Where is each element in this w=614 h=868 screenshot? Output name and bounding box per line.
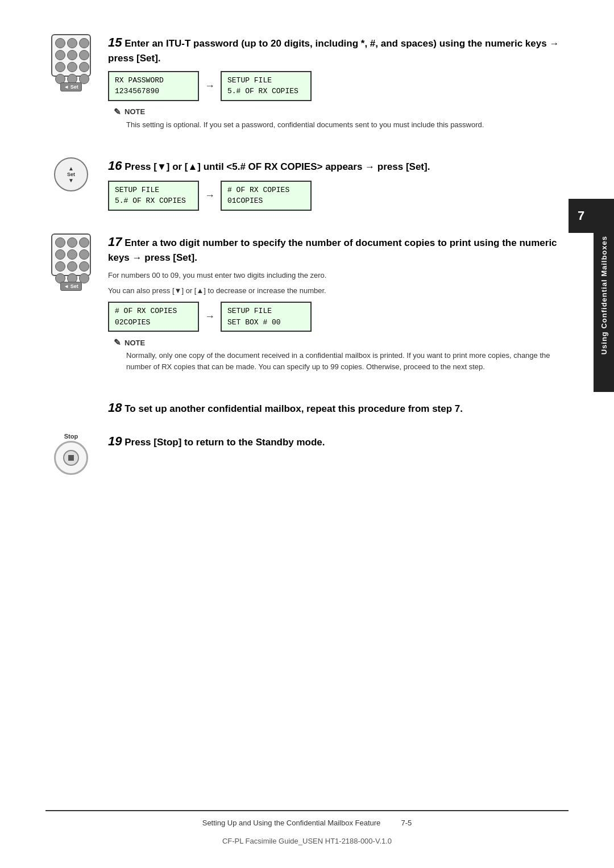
key17-4 (55, 249, 65, 260)
key-1 (55, 38, 65, 48)
key-5 (67, 50, 77, 60)
set-button-15: ◄ Set (60, 82, 81, 91)
step-15-section: ◄ Set 15 Enter an ITU-T password (up to … (45, 34, 569, 139)
step-16-content: 16 Press [▼] or [▲] until <5.# OF RX COP… (108, 157, 569, 215)
nav-down-icon: ▼ (68, 177, 74, 183)
key-8 (67, 62, 77, 72)
step-17-lcd2-line2: SET BOX # 00 (227, 317, 305, 328)
step-16-lcd1: SETUP FILE 5.# OF RX COPIES (108, 181, 199, 211)
key17-2 (67, 237, 77, 248)
step-15-title-text: Enter an ITU-T password (up to 20 digits… (108, 38, 559, 64)
key17-6 (79, 249, 89, 260)
step-16-icon: ▲ Set ▼ (45, 157, 97, 195)
note-15-pencil-icon: ✎ (114, 107, 121, 117)
key17-7 (55, 261, 65, 272)
arrow-15: → (205, 80, 215, 92)
step-18-section: 18 To set up another confidential mailbo… (108, 399, 569, 417)
step-15-lcd1-line1: RX PASSWORD (115, 75, 192, 86)
key-3 (79, 38, 89, 48)
step-15-lcd2-line1: SETUP FILE (227, 75, 305, 86)
step-17-section: ◄ Set 17 Enter a two digit number to spe… (45, 233, 569, 381)
key17-8 (67, 261, 77, 272)
keypad-icon-15 (51, 34, 91, 77)
step-18-title-text: To set up another confidential mailbox, … (125, 403, 463, 414)
key-2 (67, 38, 77, 48)
step-16-lcd-row: SETUP FILE 5.# OF RX COPIES → # OF RX CO… (108, 181, 569, 211)
step-15-lcd1-line2: 1234567890 (115, 86, 192, 97)
key-9 (79, 62, 89, 72)
step-16-lcd2-line2: 01COPIES (227, 195, 305, 207)
step-16-lcd1-line2: 5.# OF RX COPIES (115, 195, 192, 207)
note-17-pencil-icon: ✎ (114, 337, 121, 348)
step-17-lcd2: SETUP FILE SET BOX # 00 (221, 302, 312, 332)
step-15-lcd2-line2: 5.# OF RX COPIES (227, 86, 305, 97)
key17-9 (79, 261, 89, 272)
step-15-note: ✎ NOTE This setting is optional. If you … (108, 107, 569, 131)
step-19-title: 19 Press [Stop] to return to the Standby… (108, 433, 569, 450)
step-18-number: 18 (108, 400, 122, 415)
step-17-lcd2-line1: SETUP FILE (227, 306, 305, 317)
step-19-content: 19 Press [Stop] to return to the Standby… (108, 433, 569, 456)
step-17-content: 17 Enter a two digit number to specify t… (108, 233, 569, 381)
key-4 (55, 50, 65, 60)
note-15-label: NOTE (125, 107, 145, 116)
step-16-number: 16 (108, 158, 122, 173)
stop-label: Stop (64, 433, 78, 440)
note-17-text: Normally, only one copy of the document … (126, 350, 569, 372)
step-17-lcd-row: # OF RX COPIES 02COPIES → SETUP FILE SET… (108, 302, 569, 332)
key17-1 (55, 237, 65, 248)
step-19-section: Stop 19 Press [Stop] to return to the St… (45, 433, 569, 475)
arrow-17: → (205, 311, 215, 323)
step-17-lcd1-line2: 02COPIES (115, 317, 192, 328)
step-17-small1: For numbers 00 to 09, you must enter two… (108, 270, 569, 282)
keypad-icon-17 (51, 233, 91, 276)
step-15-content: 15 Enter an ITU-T password (up to 20 dig… (108, 34, 569, 139)
page-container: ◄ Set 15 Enter an ITU-T password (up to … (0, 0, 614, 868)
note-15-text: This setting is optional. If you set a p… (126, 119, 569, 131)
stop-diamond-icon (65, 452, 77, 464)
step-17-number: 17 (108, 235, 122, 249)
footer-text: Setting Up and Using the Confidential Ma… (0, 819, 614, 827)
step-16-title-text: Press [▼] or [▲] until <5.# OF RX COPIES… (125, 161, 430, 172)
key-6 (79, 50, 89, 60)
stop-button-icon (54, 441, 88, 475)
step-15-lcd1: RX PASSWORD 1234567890 (108, 71, 199, 101)
step-15-title: 15 Enter an ITU-T password (up to 20 dig… (108, 34, 569, 65)
arrow-16: → (205, 190, 215, 202)
footer-bottom-text: CF-PL Facsimile Guide_USEN HT1-2188-000-… (222, 837, 392, 845)
key-7 (55, 62, 65, 72)
step-17-lcd1-line1: # OF RX COPIES (115, 306, 192, 317)
step-19-icon: Stop (45, 433, 97, 475)
note-17-label: NOTE (125, 339, 145, 347)
footer-description: Setting Up and Using the Confidential Ma… (202, 819, 381, 827)
step-17-title: 17 Enter a two digit number to specify t… (108, 233, 569, 265)
step-19-number: 19 (108, 434, 122, 448)
step-17-small2: You can also press [▼] or [▲] to decreas… (108, 285, 569, 297)
step-17-lcd1: # OF RX COPIES 02COPIES (108, 302, 199, 332)
step-15-lcd2: SETUP FILE 5.# OF RX COPIES (221, 71, 312, 101)
footer-page-number: 7-5 (401, 819, 412, 827)
nav-set-label: Set (67, 172, 75, 177)
nav-up-icon: ▲ (68, 165, 74, 172)
step-19-title-text: Press [Stop] to return to the Standby mo… (125, 437, 325, 448)
step-17-title-text: Enter a two digit number to specify the … (108, 237, 557, 263)
note-15-header: ✎ NOTE (114, 107, 569, 117)
step-16-lcd2-line1: # OF RX COPIES (227, 185, 305, 196)
nav-arrows-16: ▲ Set ▼ (67, 165, 75, 183)
note-17-header: ✎ NOTE (114, 337, 569, 348)
step-16-title: 16 Press [▼] or [▲] until <5.# OF RX COP… (108, 157, 569, 175)
stop-inner (63, 450, 79, 466)
step-16-section: ▲ Set ▼ 16 Press [▼] or [▲] until <5.# O… (45, 157, 569, 215)
step-17-note: ✎ NOTE Normally, only one copy of the do… (108, 337, 569, 372)
stop-icon-container: Stop (48, 433, 94, 475)
step-16-lcd1-line1: SETUP FILE (115, 185, 192, 196)
step-15-number: 15 (108, 35, 122, 49)
nav-icon-16: ▲ Set ▼ (54, 157, 88, 191)
footer-line (45, 810, 569, 811)
step-16-lcd2: # OF RX COPIES 01COPIES (221, 181, 312, 211)
step-15-icon: ◄ Set (45, 34, 97, 91)
footer-bottom: CF-PL Facsimile Guide_USEN HT1-2188-000-… (0, 837, 614, 845)
step-15-lcd-row: RX PASSWORD 1234567890 → SETUP FILE 5.# … (108, 71, 569, 101)
set-button-17: ◄ Set (60, 282, 81, 291)
step-18-title: 18 To set up another confidential mailbo… (108, 399, 569, 417)
